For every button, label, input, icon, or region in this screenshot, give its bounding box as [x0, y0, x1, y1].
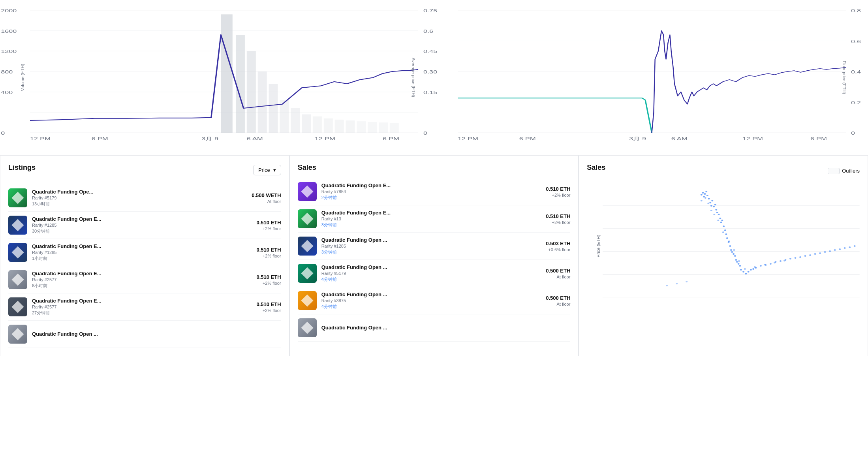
sale-item[interactable]: Quadratic Funding Open E... Rarity #7854… — [298, 178, 571, 205]
sale-rarity: Rarity #1285 — [321, 244, 541, 248]
listing-time: 13小时前 — [32, 201, 247, 207]
sale-time-link[interactable]: 4分钟前 — [321, 304, 541, 310]
listing-time: 1小时前 — [32, 256, 252, 261]
svg-point-92 — [729, 245, 731, 247]
sale-rarity: Rarity #7854 — [321, 189, 541, 194]
sale-item[interactable]: Quadratic Funding Open ... Rarity #1285 … — [298, 233, 571, 260]
listing-rarity: Rarity #5179 — [32, 196, 247, 200]
listing-item[interactable]: Quadratic Funding Open E... Rarity #2577… — [8, 266, 281, 293]
listing-time: 8小时前 — [32, 283, 252, 289]
svg-rect-22 — [390, 123, 399, 133]
svg-text:6 PM: 6 PM — [92, 136, 108, 141]
svg-rect-13 — [291, 108, 300, 133]
listings-panel: Listings Price ▾ Quadratic Funding Ope..… — [0, 155, 289, 356]
sale-thumbnail — [298, 182, 317, 201]
listing-item[interactable]: Quadratic Funding Open ... — [8, 321, 281, 348]
sale-item[interactable]: Quadratic Funding Open ... — [298, 314, 571, 342]
sale-name: Quadratic Funding Open E... — [321, 210, 541, 216]
sale-item[interactable]: Quadratic Funding Open ... Rarity #5179 … — [298, 260, 571, 287]
sale-price-note: +2% floor — [546, 220, 570, 225]
svg-text:0.2: 0.2 — [851, 100, 861, 105]
listing-name: Quadratic Funding Open E... — [32, 271, 252, 276]
price-dropdown[interactable]: Price ▾ — [253, 165, 281, 175]
svg-point-74 — [706, 195, 708, 196]
svg-point-88 — [724, 229, 726, 231]
svg-text:6 AM: 6 AM — [247, 136, 263, 141]
sale-price: 0.500 ETH — [546, 268, 570, 274]
svg-point-124 — [839, 248, 841, 250]
svg-rect-12 — [280, 100, 289, 133]
listing-item[interactable]: Quadratic Funding Ope... Rarity #5179 13… — [8, 184, 281, 212]
svg-point-139 — [754, 266, 756, 268]
listing-item[interactable]: Quadratic Funding Open E... Rarity #2577… — [8, 293, 281, 321]
svg-text:400: 400 — [1, 90, 13, 95]
listing-price-note: At floor — [252, 199, 281, 204]
sale-price: 0.503 ETH — [546, 241, 570, 246]
outliers-checkbox[interactable] — [828, 168, 840, 174]
svg-text:800: 800 — [1, 70, 13, 75]
sale-name: Quadratic Funding Open E... — [321, 182, 541, 188]
listing-thumbnail — [8, 325, 27, 344]
svg-point-70 — [702, 192, 704, 194]
svg-text:6 PM: 6 PM — [519, 136, 536, 141]
y-left-label: Volume (ETH) — [20, 64, 25, 91]
svg-rect-17 — [335, 120, 344, 133]
sale-thumbnail — [298, 291, 317, 310]
scatter-panel: Sales Outliers Price (ETH) 1 0.8 0.6 0.4 — [579, 155, 868, 356]
svg-rect-14 — [302, 115, 311, 133]
listing-name: Quadratic Funding Ope... — [32, 189, 247, 195]
sale-thumbnail — [298, 209, 317, 228]
svg-point-78 — [712, 200, 714, 201]
listing-item[interactable]: Quadratic Funding Open E... Rarity #1285… — [8, 239, 281, 266]
svg-point-116 — [799, 256, 801, 258]
floor-price-chart: 0.8 0.6 0.4 0.2 0 12 PM 6 PM 3月 9 6 AM 1… — [434, 6, 862, 149]
price-dropdown-label: Price — [258, 167, 270, 173]
sale-time-link[interactable]: 3分钟前 — [321, 222, 541, 228]
sale-thumbnail — [298, 237, 317, 256]
svg-point-72 — [704, 193, 706, 195]
svg-text:0: 0 — [851, 131, 855, 136]
listing-price-note: +2% floor — [257, 281, 281, 286]
listing-item[interactable]: Quadratic Funding Open E... Rarity #1285… — [8, 212, 281, 239]
listing-time: 30分钟前 — [32, 228, 252, 234]
svg-rect-11 — [269, 84, 278, 133]
listing-name: Quadratic Funding Open E... — [32, 243, 252, 249]
svg-point-132 — [714, 214, 716, 215]
listing-rarity: Rarity #1285 — [32, 250, 252, 255]
svg-point-104 — [748, 271, 750, 273]
svg-point-82 — [716, 212, 718, 213]
sale-item[interactable]: Quadratic Funding Open ... Rarity #3875 … — [298, 287, 571, 314]
sale-item[interactable]: Quadratic Funding Open E... Rarity #13 3… — [298, 205, 571, 233]
svg-point-98 — [736, 261, 738, 263]
listing-price: 0.510 ETH — [257, 274, 281, 280]
sale-time-link[interactable]: 4分钟前 — [321, 276, 541, 282]
sale-rarity: Rarity #3875 — [321, 298, 541, 303]
sale-time-link[interactable]: 2分钟前 — [321, 195, 541, 201]
outliers-toggle[interactable]: Outliers — [828, 168, 860, 174]
svg-point-125 — [844, 247, 846, 249]
svg-text:0.8: 0.8 — [851, 8, 861, 13]
listing-price-note: +2% floor — [257, 226, 281, 231]
svg-point-73 — [706, 191, 708, 192]
listing-price: 0.510 ETH — [257, 220, 281, 226]
sale-time-link[interactable]: 3分钟前 — [321, 249, 541, 255]
svg-text:6 PM: 6 PM — [383, 136, 399, 141]
y-right-label: Average price (ETH) — [411, 58, 416, 97]
svg-point-129 — [705, 197, 706, 199]
sale-rarity: Rarity #13 — [321, 216, 541, 221]
svg-point-119 — [814, 253, 816, 255]
svg-point-95 — [733, 253, 735, 255]
sale-name: Quadratic Funding Open ... — [321, 291, 541, 297]
svg-point-130 — [708, 203, 710, 204]
svg-point-135 — [728, 241, 730, 242]
svg-point-136 — [733, 249, 735, 251]
svg-point-69 — [701, 194, 703, 196]
svg-point-112 — [780, 260, 782, 262]
svg-point-103 — [745, 273, 747, 274]
listings-title: Listings — [8, 164, 36, 172]
listing-thumbnail — [8, 243, 27, 262]
listing-time: 27分钟前 — [32, 310, 252, 316]
svg-point-133 — [718, 220, 720, 221]
svg-point-122 — [829, 250, 831, 252]
svg-point-142 — [783, 260, 785, 261]
